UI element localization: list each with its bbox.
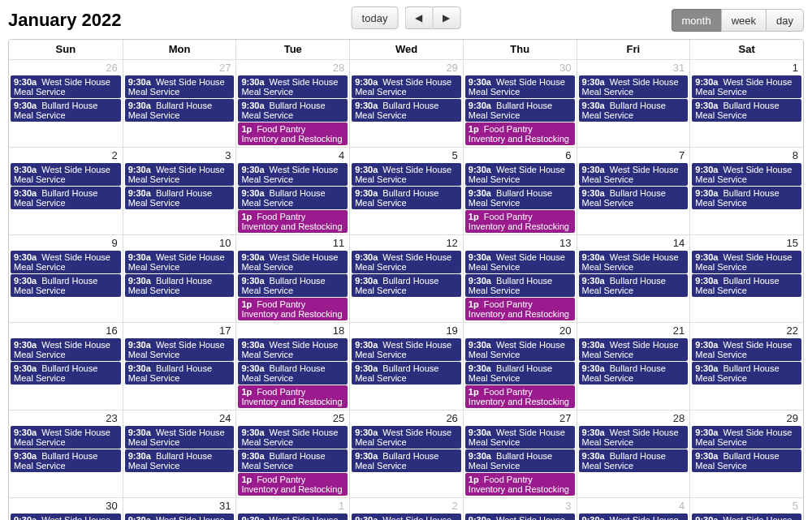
calendar-event[interactable]: 9:30a West Side House Meal Service bbox=[125, 426, 235, 449]
calendar-event[interactable]: 9:30a Bullard House Meal Service bbox=[352, 449, 461, 472]
calendar-event[interactable]: 9:30a West Side House Meal Service bbox=[692, 75, 801, 98]
day-cell[interactable]: 59:30a West Side House Meal Service9:30a… bbox=[689, 498, 803, 520]
calendar-event[interactable]: 9:30a West Side House Meal Service bbox=[352, 338, 461, 361]
calendar-event[interactable]: 9:30a Bullard House Meal Service bbox=[579, 99, 689, 122]
day-cell[interactable]: 29:30a West Side House Meal Service9:30a… bbox=[9, 148, 123, 234]
calendar-event[interactable]: 9:30a West Side House Meal Service bbox=[692, 514, 801, 520]
calendar-event[interactable]: 9:30a West Side House Meal Service bbox=[125, 338, 235, 361]
day-cell[interactable]: 299:30a West Side House Meal Service9:30… bbox=[689, 410, 803, 497]
calendar-event[interactable]: 9:30a West Side House Meal Service bbox=[692, 163, 801, 186]
day-cell[interactable]: 289:30a West Side House Meal Service9:30… bbox=[235, 60, 349, 147]
calendar-event[interactable]: 9:30a West Side House Meal Service bbox=[125, 163, 235, 186]
calendar-event[interactable]: 9:30a Bullard House Meal Service bbox=[11, 187, 121, 209]
calendar-event[interactable]: 9:30a Bullard House Meal Service bbox=[352, 99, 461, 122]
calendar-event[interactable]: 9:30a West Side House Meal Service bbox=[238, 163, 348, 186]
calendar-event[interactable]: 9:30a West Side House Meal Service bbox=[692, 251, 801, 273]
day-cell[interactable]: 39:30a West Side House Meal Service9:30a… bbox=[123, 148, 236, 234]
day-cell[interactable]: 149:30a West Side House Meal Service9:30… bbox=[577, 235, 690, 322]
prev-button[interactable]: ◀ bbox=[404, 6, 432, 29]
day-cell[interactable]: 269:30a West Side House Meal Service9:30… bbox=[9, 60, 123, 147]
calendar-event[interactable]: 9:30a Bullard House Meal Service bbox=[579, 449, 689, 472]
calendar-event[interactable]: 9:30a Bullard House Meal Service bbox=[352, 362, 461, 385]
today-button[interactable]: today bbox=[352, 6, 399, 29]
calendar-event[interactable]: 1p Food Pantry Inventory and Restocking bbox=[238, 122, 348, 145]
calendar-event[interactable]: 1p Food Pantry Inventory and Restocking bbox=[465, 298, 575, 320]
calendar-event[interactable]: 9:30a Bullard House Meal Service bbox=[465, 187, 575, 209]
calendar-event[interactable]: 9:30a Bullard House Meal Service bbox=[465, 99, 575, 122]
calendar-event[interactable]: 9:30a West Side House Meal Service bbox=[579, 514, 689, 520]
day-cell[interactable]: 89:30a West Side House Meal Service9:30a… bbox=[689, 148, 803, 234]
calendar-event[interactable]: 1p Food Pantry Inventory and Restocking bbox=[238, 473, 348, 496]
day-cell[interactable]: 49:30a West Side House Meal Service9:30a… bbox=[577, 498, 690, 520]
calendar-event[interactable]: 9:30a Bullard House Meal Service bbox=[238, 187, 348, 209]
calendar-event[interactable]: 1p Food Pantry Inventory and Restocking bbox=[465, 473, 575, 496]
day-cell[interactable]: 69:30a West Side House Meal Service9:30a… bbox=[463, 148, 577, 234]
day-cell[interactable]: 49:30a West Side House Meal Service9:30a… bbox=[235, 148, 349, 234]
calendar-event[interactable]: 9:30a Bullard House Meal Service bbox=[125, 449, 235, 472]
day-cell[interactable]: 309:30a West Side House Meal Service9:30… bbox=[463, 60, 577, 147]
day-cell[interactable]: 289:30a West Side House Meal Service9:30… bbox=[577, 410, 690, 497]
calendar-event[interactable]: 9:30a West Side House Meal Service bbox=[125, 514, 235, 520]
calendar-event[interactable]: 9:30a Bullard House Meal Service bbox=[125, 99, 235, 122]
calendar-event[interactable]: 9:30a Bullard House Meal Service bbox=[125, 187, 235, 209]
calendar-event[interactable]: 9:30a Bullard House Meal Service bbox=[11, 99, 121, 122]
day-cell[interactable]: 29:30a West Side House Meal Service9:30a… bbox=[349, 498, 463, 520]
calendar-event[interactable]: 9:30a West Side House Meal Service bbox=[238, 251, 348, 273]
view-day-button[interactable]: day bbox=[766, 9, 804, 32]
day-cell[interactable]: 319:30a West Side House Meal Service9:30… bbox=[577, 60, 690, 147]
day-cell[interactable]: 189:30a West Side House Meal Service9:30… bbox=[235, 323, 349, 410]
calendar-event[interactable]: 9:30a West Side House Meal Service bbox=[238, 75, 348, 98]
calendar-event[interactable]: 9:30a Bullard House Meal Service bbox=[692, 187, 801, 209]
day-cell[interactable]: 19:30a West Side House Meal Service9:30a… bbox=[689, 60, 803, 147]
calendar-event[interactable]: 9:30a Bullard House Meal Service bbox=[11, 362, 121, 385]
calendar-event[interactable]: 9:30a Bullard House Meal Service bbox=[692, 99, 801, 122]
calendar-event[interactable]: 9:30a West Side House Meal Service bbox=[11, 251, 121, 273]
day-cell[interactable]: 279:30a West Side House Meal Service9:30… bbox=[463, 410, 577, 497]
calendar-event[interactable]: 9:30a West Side House Meal Service bbox=[238, 426, 348, 449]
calendar-event[interactable]: 9:30a West Side House Meal Service bbox=[352, 163, 461, 186]
calendar-event[interactable]: 1p Food Pantry Inventory and Restocking bbox=[465, 385, 575, 408]
calendar-event[interactable]: 9:30a West Side House Meal Service bbox=[579, 338, 689, 361]
calendar-event[interactable]: 9:30a West Side House Meal Service bbox=[465, 163, 575, 186]
calendar-event[interactable]: 9:30a Bullard House Meal Service bbox=[579, 362, 689, 385]
calendar-event[interactable]: 9:30a West Side House Meal Service bbox=[465, 514, 575, 520]
calendar-event[interactable]: 9:30a West Side House Meal Service bbox=[579, 251, 689, 273]
day-cell[interactable]: 109:30a West Side House Meal Service9:30… bbox=[123, 235, 236, 322]
day-cell[interactable]: 299:30a West Side House Meal Service9:30… bbox=[349, 60, 463, 147]
view-month-button[interactable]: month bbox=[672, 9, 721, 32]
day-cell[interactable]: 229:30a West Side House Meal Service9:30… bbox=[689, 323, 803, 410]
day-cell[interactable]: 159:30a West Side House Meal Service9:30… bbox=[689, 235, 803, 322]
calendar-event[interactable]: 9:30a West Side House Meal Service bbox=[692, 338, 801, 361]
calendar-event[interactable]: 9:30a West Side House Meal Service bbox=[125, 75, 235, 98]
calendar-event[interactable]: 9:30a Bullard House Meal Service bbox=[11, 449, 121, 472]
day-cell[interactable]: 39:30a West Side House Meal Service9:30a… bbox=[463, 498, 577, 520]
calendar-event[interactable]: 9:30a West Side House Meal Service bbox=[352, 514, 461, 520]
calendar-event[interactable]: 9:30a Bullard House Meal Service bbox=[238, 449, 348, 472]
calendar-event[interactable]: 9:30a West Side House Meal Service bbox=[238, 338, 348, 361]
calendar-event[interactable]: 9:30a West Side House Meal Service bbox=[465, 75, 575, 98]
calendar-event[interactable]: 9:30a Bullard House Meal Service bbox=[238, 99, 348, 122]
day-cell[interactable]: 259:30a West Side House Meal Service9:30… bbox=[235, 410, 349, 497]
day-cell[interactable]: 59:30a West Side House Meal Service9:30a… bbox=[349, 148, 463, 234]
calendar-event[interactable]: 9:30a Bullard House Meal Service bbox=[692, 362, 801, 385]
calendar-event[interactable]: 1p Food Pantry Inventory and Restocking bbox=[238, 210, 348, 233]
calendar-event[interactable]: 9:30a West Side House Meal Service bbox=[465, 251, 575, 273]
calendar-event[interactable]: 9:30a West Side House Meal Service bbox=[465, 338, 575, 361]
day-cell[interactable]: 19:30a West Side House Meal Service9:30a… bbox=[235, 498, 349, 520]
calendar-event[interactable]: 1p Food Pantry Inventory and Restocking bbox=[465, 122, 575, 145]
day-cell[interactable]: 309:30a West Side House Meal Service9:30… bbox=[9, 498, 123, 520]
day-cell[interactable]: 209:30a West Side House Meal Service9:30… bbox=[463, 323, 577, 410]
day-cell[interactable]: 139:30a West Side House Meal Service9:30… bbox=[463, 235, 577, 322]
calendar-event[interactable]: 9:30a West Side House Meal Service bbox=[11, 338, 121, 361]
calendar-event[interactable]: 9:30a Bullard House Meal Service bbox=[465, 362, 575, 385]
calendar-event[interactable]: 9:30a West Side House Meal Service bbox=[352, 426, 461, 449]
day-cell[interactable]: 319:30a West Side House Meal Service9:30… bbox=[123, 498, 236, 520]
day-cell[interactable]: 79:30a West Side House Meal Service9:30a… bbox=[577, 148, 690, 234]
calendar-event[interactable]: 9:30a Bullard House Meal Service bbox=[352, 274, 461, 297]
day-cell[interactable]: 219:30a West Side House Meal Service9:30… bbox=[577, 323, 690, 410]
day-cell[interactable]: 169:30a West Side House Meal Service9:30… bbox=[9, 323, 123, 410]
day-cell[interactable]: 129:30a West Side House Meal Service9:30… bbox=[349, 235, 463, 322]
calendar-event[interactable]: 9:30a Bullard House Meal Service bbox=[692, 449, 801, 472]
calendar-event[interactable]: 9:30a West Side House Meal Service bbox=[238, 514, 348, 520]
view-week-button[interactable]: week bbox=[721, 9, 766, 32]
